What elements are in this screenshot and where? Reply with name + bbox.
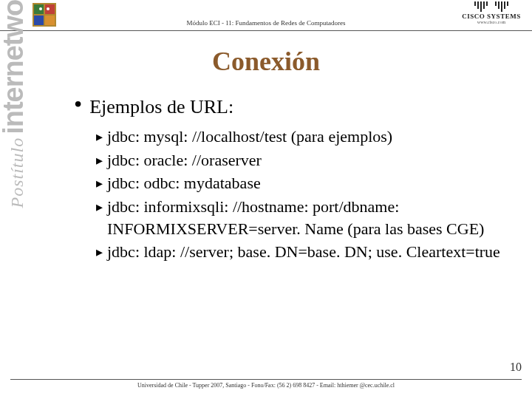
sub-list: ▸ jdbc: mysql: //localhost/test (para ej…	[96, 126, 514, 263]
postitulo-text: Postítulo	[7, 137, 27, 208]
list-item: ▸ jdbc: mysql: //localhost/test (para ej…	[96, 126, 514, 148]
list-item: ▸ jdbc: informixsqli: //hostname: port/d…	[96, 196, 514, 239]
list-item: ▸ jdbc: odbc: mydatabase	[96, 172, 514, 194]
cisco-url: www.cisco.com	[458, 20, 525, 24]
list-item: ▸ jdbc: ldap: //server; base. DN=base. D…	[96, 241, 514, 263]
item-text: jdbc: odbc: mydatabase	[107, 172, 514, 194]
item-text: jdbc: informixsqli: //hostname: port/dbn…	[107, 196, 514, 239]
main-bullet-text: Ejemplos de URL:	[89, 96, 233, 118]
internetworking-text: internetworking	[0, 0, 29, 134]
list-item: ▸ jdbc: oracle: //oraserver	[96, 149, 514, 171]
svg-rect-1	[34, 4, 44, 14]
cisco-logo-icon: CISCO SYSTEMS www.cisco.com	[458, 1, 525, 24]
svg-rect-2	[45, 4, 55, 14]
slide-footer: Universidad de Chile - Tupper 2007, Sant…	[10, 379, 522, 389]
item-text: jdbc: ldap: //server; base. DN=base. DN;…	[107, 241, 514, 263]
svg-point-5	[39, 7, 42, 10]
item-text: jdbc: oracle: //oraserver	[107, 149, 514, 171]
uchile-logo-icon	[33, 3, 56, 27]
chevron-icon: ▸	[96, 128, 103, 146]
cisco-name: CISCO SYSTEMS	[458, 13, 525, 20]
svg-point-6	[47, 7, 50, 10]
slide-header: Módulo ECI - 11: Fundamentos de Redes de…	[0, 0, 532, 31]
svg-rect-3	[34, 16, 44, 25]
chevron-icon: ▸	[96, 174, 103, 192]
slide-content: • Ejemplos de URL: ▸ jdbc: mysql: //loca…	[74, 96, 514, 265]
page-number: 10	[510, 361, 522, 374]
chevron-icon: ▸	[96, 243, 103, 261]
main-bullet: • Ejemplos de URL:	[74, 96, 514, 118]
svg-rect-4	[45, 16, 55, 25]
chevron-icon: ▸	[96, 198, 103, 216]
module-text: Módulo ECI - 11: Fundamentos de Redes de…	[186, 19, 345, 27]
slide-title: Conexión	[0, 46, 532, 77]
vertical-branding: Postítulo internetworking	[0, 0, 30, 208]
item-text: jdbc: mysql: //localhost/test (para ejem…	[107, 126, 514, 148]
bullet-dot-icon: •	[74, 95, 82, 114]
chevron-icon: ▸	[96, 151, 103, 169]
